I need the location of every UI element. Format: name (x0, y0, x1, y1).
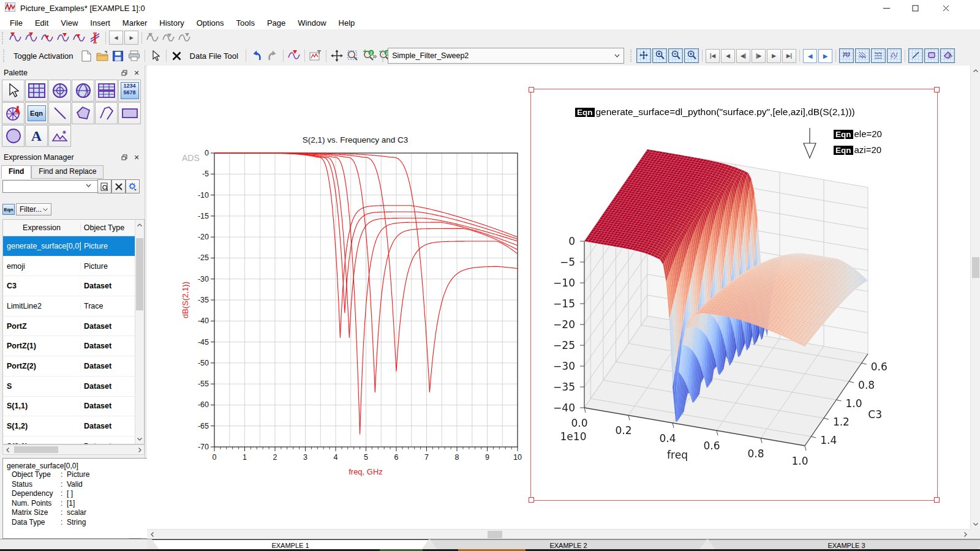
selection-handle[interactable] (529, 497, 534, 503)
toolbar-overflow-icon[interactable]: » (948, 51, 952, 60)
page-prev-button[interactable]: ◀ (721, 49, 735, 63)
toolbar-grip[interactable] (2, 32, 6, 44)
scrollbar-thumb[interactable] (972, 257, 979, 278)
tab-find-and-replace[interactable]: Find and Replace (31, 165, 104, 179)
page-next-button[interactable]: ▶ (767, 49, 781, 63)
nav-back-button[interactable]: ◀ (803, 49, 817, 63)
plot-next-button[interactable]: |▶ (752, 49, 766, 63)
view-zoom-out-button[interactable] (668, 48, 683, 63)
marker-peak-button[interactable] (24, 31, 39, 45)
vertical-scrollbar[interactable] (970, 66, 980, 529)
expression-manager-title-bar[interactable]: Expression Manager ✕ (1, 152, 143, 163)
float-panel-icon[interactable] (119, 152, 130, 162)
palette-polygon-tool[interactable] (72, 102, 94, 124)
selection-handle[interactable] (934, 497, 940, 503)
minimize-button[interactable] (872, 0, 900, 16)
menu-edit[interactable]: Edit (29, 17, 55, 29)
pan-tool-button[interactable] (330, 48, 344, 63)
plot-poly-button[interactable] (940, 48, 955, 63)
table-header[interactable]: Expression Object Type (3, 220, 144, 236)
toolbar-grip[interactable] (630, 50, 634, 62)
table-row[interactable]: C3Dataset (3, 276, 144, 296)
toolbar-grip[interactable] (382, 50, 386, 62)
plot-line-button[interactable] (908, 48, 923, 63)
nav-forward-button[interactable]: ▶ (818, 49, 832, 63)
menu-view[interactable]: View (55, 17, 84, 29)
table-row[interactable]: emojiPicture (3, 257, 144, 277)
equation-line[interactable]: Eqngenerate_surface=dl_python("surface.p… (575, 107, 855, 118)
palette-title-bar[interactable]: Palette ✕ (1, 67, 143, 78)
palette-stacked-plot-tool[interactable] (95, 80, 118, 102)
ele-equation[interactable]: Eqnele=20 (834, 129, 882, 139)
table-row[interactable]: PortZ(2)Dataset (3, 356, 144, 377)
menu-help[interactable]: Help (333, 17, 361, 29)
scrollbar-thumb[interactable] (14, 446, 58, 453)
table-row[interactable]: PortZDataset (3, 317, 144, 337)
menu-insert[interactable]: Insert (84, 17, 116, 29)
table-row[interactable]: S(1,1)Dataset (3, 397, 144, 417)
azi-equation[interactable]: Eqnazi=20 (834, 144, 881, 155)
marker-dip-button[interactable] (56, 31, 70, 45)
marker-prev-button[interactable]: ◂ (109, 31, 123, 45)
marker-valley-button[interactable] (40, 31, 55, 45)
table-vertical-scrollbar[interactable] (135, 220, 144, 444)
menu-file[interactable]: File (4, 17, 29, 29)
display-canvas[interactable]: 0123456789100-5-10-15-20-25-30-35-40-45-… (147, 66, 970, 529)
eqn-filter-toggle[interactable]: Eqn (2, 204, 15, 215)
chevron-down-icon[interactable] (86, 184, 91, 187)
maximize-button[interactable] (901, 0, 929, 16)
palette-text-tool[interactable]: A (25, 125, 48, 147)
picture-object-selected[interactable]: Eqngenerate_surface=dl_python("surface.p… (530, 89, 938, 501)
palette-rectangular-plot-tool[interactable] (25, 80, 48, 102)
palette-polar-plot-tool[interactable] (48, 80, 71, 102)
table-row[interactable]: generate_surface[0,0]Picture (3, 236, 144, 257)
zoom-area-button[interactable] (345, 48, 360, 63)
view-zoom-in-button[interactable] (652, 48, 667, 63)
palette-smith-chart-tool[interactable] (72, 80, 94, 102)
context-selector[interactable]: Simple_Filter_Sweep2 (388, 48, 624, 64)
toolbar-overflow-icon[interactable]: » (372, 51, 377, 61)
view-zoom-area-button[interactable] (684, 48, 699, 63)
float-panel-icon[interactable] (119, 68, 130, 78)
redo-button[interactable] (265, 48, 280, 63)
table-row[interactable]: LimitLine2Trace (3, 296, 144, 317)
print-button[interactable] (127, 48, 141, 63)
insert-marker-button[interactable] (287, 48, 301, 63)
trace-gray-3-button[interactable] (177, 31, 192, 45)
filter-button[interactable]: Filter... (16, 203, 51, 216)
palette-list-plot-tool[interactable]: 12345678 (118, 80, 141, 102)
find-button[interactable] (97, 179, 111, 193)
palette-line-tool[interactable] (48, 102, 71, 124)
page-first-button[interactable]: |◀ (706, 49, 720, 63)
marker-search-button[interactable] (72, 31, 86, 45)
table-row[interactable]: SDataset (3, 377, 144, 397)
palette-antenna-plot-tool[interactable] (2, 102, 24, 124)
scrollbar-thumb[interactable] (136, 238, 143, 310)
palette-pointer-tool[interactable] (2, 80, 24, 102)
view-pan-button[interactable] (636, 48, 651, 63)
menu-marker[interactable]: Marker (116, 17, 153, 29)
tab-find[interactable]: Find (1, 165, 31, 179)
menu-options[interactable]: Options (190, 17, 230, 29)
marker-delta-button[interactable] (8, 31, 23, 45)
palette-picture-tool[interactable] (48, 125, 71, 147)
palette-rectangle-tool[interactable] (118, 102, 141, 124)
save-button[interactable] (111, 48, 126, 63)
toolbar-grip[interactable] (3, 50, 7, 62)
snapshot-button[interactable] (308, 48, 323, 63)
table-row[interactable]: S(2,1)Dataset (3, 437, 144, 444)
search-settings-button[interactable] (126, 179, 140, 193)
table-row[interactable]: S(1,2)Dataset (3, 416, 144, 437)
palette-polyline-tool[interactable] (95, 102, 118, 124)
pointer-button[interactable] (148, 48, 163, 63)
data-file-tool-button[interactable]: Data File Tool (185, 48, 243, 63)
toggle-activation-button[interactable]: Toggle Activation (9, 48, 78, 63)
page-last-button[interactable]: ▶| (782, 49, 796, 63)
undo-button[interactable] (249, 48, 264, 63)
plot-rect-button[interactable] (924, 48, 939, 63)
plot-hatch-2-button[interactable] (855, 48, 870, 63)
new-file-button[interactable] (79, 48, 94, 63)
down-arrow-annotation[interactable] (801, 127, 818, 160)
selection-handle[interactable] (529, 87, 534, 92)
table-horizontal-scrollbar[interactable] (2, 444, 145, 455)
